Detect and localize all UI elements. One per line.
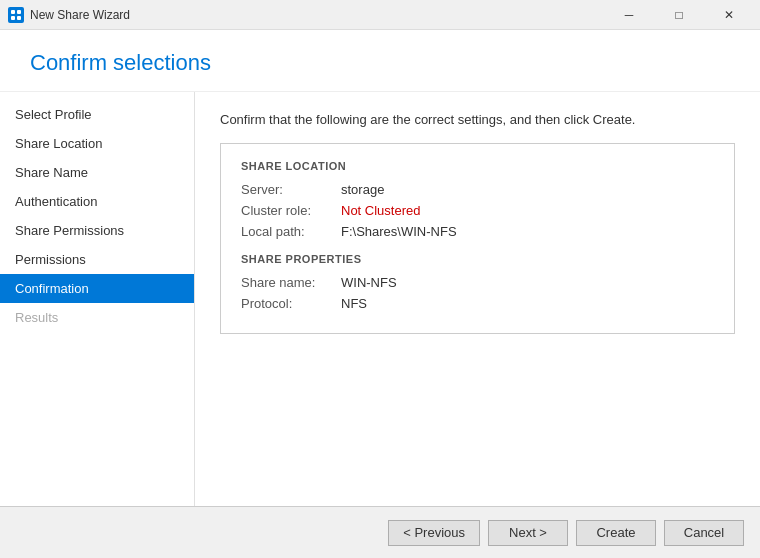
app-icon bbox=[8, 7, 24, 23]
svg-rect-1 bbox=[17, 10, 21, 14]
confirmation-box: SHARE LOCATION Server: storage Cluster r… bbox=[220, 143, 735, 334]
window-title: New Share Wizard bbox=[30, 8, 606, 22]
svg-rect-0 bbox=[11, 10, 15, 14]
share-location-header: SHARE LOCATION bbox=[241, 160, 714, 172]
sidebar-item-confirmation[interactable]: Confirmation bbox=[0, 274, 194, 303]
body-area: Select Profile Share Location Share Name… bbox=[0, 92, 760, 506]
main-container: Confirm selections Select Profile Share … bbox=[0, 30, 760, 558]
sidebar: Select Profile Share Location Share Name… bbox=[0, 92, 195, 506]
sidebar-item-share-name[interactable]: Share Name bbox=[0, 158, 194, 187]
sidebar-item-select-profile[interactable]: Select Profile bbox=[0, 100, 194, 129]
window-controls: ─ □ ✕ bbox=[606, 0, 752, 30]
cancel-button[interactable]: Cancel bbox=[664, 520, 744, 546]
sidebar-item-authentication[interactable]: Authentication bbox=[0, 187, 194, 216]
minimize-button[interactable]: ─ bbox=[606, 0, 652, 30]
previous-button[interactable]: < Previous bbox=[388, 520, 480, 546]
sidebar-item-permissions[interactable]: Permissions bbox=[0, 245, 194, 274]
server-label: Server: bbox=[241, 182, 341, 197]
svg-rect-3 bbox=[17, 16, 21, 20]
sidebar-item-results: Results bbox=[0, 303, 194, 332]
cluster-role-row: Cluster role: Not Clustered bbox=[241, 203, 714, 218]
content-description: Confirm that the following are the corre… bbox=[220, 112, 735, 127]
close-button[interactable]: ✕ bbox=[706, 0, 752, 30]
share-name-value: WIN-NFS bbox=[341, 275, 397, 290]
page-title: Confirm selections bbox=[30, 50, 730, 76]
local-path-label: Local path: bbox=[241, 224, 341, 239]
footer: < Previous Next > Create Cancel bbox=[0, 506, 760, 558]
title-bar: New Share Wizard ─ □ ✕ bbox=[0, 0, 760, 30]
protocol-value: NFS bbox=[341, 296, 367, 311]
page-header: Confirm selections bbox=[0, 30, 760, 92]
local-path-value: F:\Shares\WIN-NFS bbox=[341, 224, 457, 239]
cluster-role-value: Not Clustered bbox=[341, 203, 420, 218]
server-value: storage bbox=[341, 182, 384, 197]
maximize-button[interactable]: □ bbox=[656, 0, 702, 30]
create-button[interactable]: Create bbox=[576, 520, 656, 546]
protocol-row: Protocol: NFS bbox=[241, 296, 714, 311]
cluster-role-label: Cluster role: bbox=[241, 203, 341, 218]
server-row: Server: storage bbox=[241, 182, 714, 197]
svg-rect-2 bbox=[11, 16, 15, 20]
sidebar-item-share-location[interactable]: Share Location bbox=[0, 129, 194, 158]
share-name-label: Share name: bbox=[241, 275, 341, 290]
share-properties-header: SHARE PROPERTIES bbox=[241, 253, 714, 265]
content-area: Confirm that the following are the corre… bbox=[195, 92, 760, 506]
protocol-label: Protocol: bbox=[241, 296, 341, 311]
local-path-row: Local path: F:\Shares\WIN-NFS bbox=[241, 224, 714, 239]
next-button[interactable]: Next > bbox=[488, 520, 568, 546]
sidebar-item-share-permissions[interactable]: Share Permissions bbox=[0, 216, 194, 245]
share-name-row: Share name: WIN-NFS bbox=[241, 275, 714, 290]
